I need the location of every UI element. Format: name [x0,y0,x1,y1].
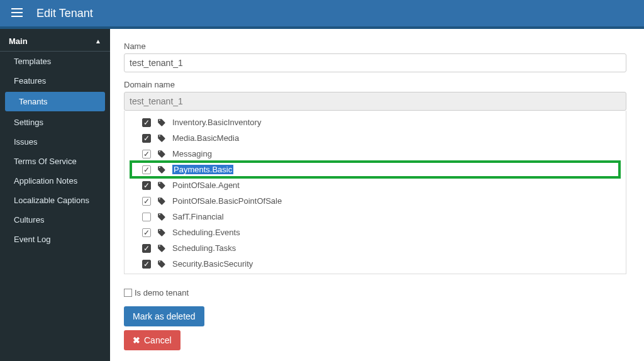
tag-icon [157,150,166,158]
feature-label[interactable]: PointOfSale.Agent [172,181,240,190]
check-icon: ✓ [143,182,150,189]
sidebar-item-settings[interactable]: Settings [0,113,110,132]
feature-label[interactable]: SafT.Financial [172,212,224,221]
domain-name-label: Domain name [124,80,626,89]
sidebar-item-issues[interactable]: Issues [0,132,110,152]
feature-label[interactable]: Messaging [172,149,212,158]
feature-label[interactable]: Media.BasicMedia [172,133,239,143]
check-icon: ✓ [143,245,150,252]
topbar: Edit Tenant [0,0,644,26]
feature-row: ✓Scheduling.Events [131,225,619,240]
feature-checkbox[interactable]: ✓ [142,181,151,190]
sidebar-item-label: Localizable Captions [14,196,89,205]
main-content: Name Domain name ✓Inventory.BasicInvento… [110,29,644,361]
sidebar-item-label: Cultures [14,215,44,225]
page-title: Edit Tenant [36,7,93,20]
feature-list-scroll[interactable]: ✓Inventory.BasicInventory✓Media.BasicMed… [125,111,626,274]
sidebar-item-label: Event Log [14,235,51,244]
feature-checkbox[interactable]: ✓ [142,150,151,158]
hamburger-icon[interactable] [11,8,23,19]
sidebar-item-label: Features [14,76,46,86]
close-icon: ✖ [133,335,140,345]
tag-icon [157,228,166,237]
tag-icon [157,165,166,174]
tag-icon [157,181,166,190]
feature-row: ✓PointOfSale.BasicPointOfSale [131,193,619,209]
feature-checkbox[interactable]: ✓ [142,260,151,269]
is-demo-label: Is demo tenant [135,288,189,297]
check-icon: ✓ [143,135,150,142]
sidebar-item-tenants[interactable]: Tenants [5,92,105,111]
tag-icon [157,244,166,253]
feature-checkbox[interactable]: ✓ [142,197,151,206]
mark-as-deleted-button[interactable]: Mark as deleted [124,306,204,326]
feature-row: SafT.Financial [131,209,619,225]
domain-name-input [124,92,626,111]
check-icon: ✓ [143,119,150,126]
feature-checkbox[interactable] [142,213,151,221]
feature-row: ✓Security.BasicSecurity [131,256,619,272]
feature-label[interactable]: Security.BasicSecurity [172,259,253,269]
name-label: Name [124,42,626,51]
feature-row: ✓PointOfSale.Agent [131,177,619,193]
feature-row: ✓Payments.Basic [131,162,619,177]
sidebar-item-label: Application Notes [14,176,77,186]
feature-label[interactable]: Payments.Basic [172,165,233,174]
sidebar-section-title: Main [9,36,28,46]
feature-checkbox[interactable]: ✓ [142,118,151,127]
sidebar-item-label: Tenants [19,97,48,106]
sidebar-item-label: Terms Of Service [14,157,77,166]
sidebar-item-label: Templates [14,57,51,66]
feature-row: ✓Messaging [131,146,619,162]
sidebar-item-templates[interactable]: Templates [0,52,110,71]
feature-list-panel: ✓Inventory.BasicInventory✓Media.BasicMed… [124,111,626,274]
sidebar-item-event-log[interactable]: Event Log [0,230,110,249]
feature-checkbox[interactable]: ✓ [142,228,151,237]
sidebar-item-localizable-captions[interactable]: Localizable Captions [0,191,110,210]
feature-checkbox[interactable]: ✓ [142,244,151,253]
name-input[interactable] [124,53,626,72]
tag-icon [157,213,166,221]
tag-icon [157,197,166,206]
tag-icon [157,260,166,269]
sidebar-item-cultures[interactable]: Cultures [0,210,110,230]
check-icon: ✓ [143,260,150,268]
feature-row: ✓Scheduling.Tasks [131,240,619,256]
cancel-label: Cancel [144,335,172,345]
is-demo-row: Is demo tenant [124,288,626,297]
check-icon: ✓ [143,150,150,158]
sidebar-section-header[interactable]: Main ▲ [0,29,110,52]
feature-row: ✓Inventory.BasicInventory [131,114,619,130]
cancel-button[interactable]: ✖ Cancel [124,330,180,350]
feature-checkbox[interactable]: ✓ [142,165,151,174]
check-icon: ✓ [143,166,150,174]
sidebar-item-features[interactable]: Features [0,71,110,91]
feature-label[interactable]: PointOfSale.BasicPointOfSale [172,196,282,206]
chevron-up-icon: ▲ [95,38,101,45]
check-icon: ✓ [143,229,150,236]
tag-icon [157,134,166,143]
mark-as-deleted-label: Mark as deleted [133,311,196,321]
feature-label[interactable]: Scheduling.Events [172,228,240,237]
feature-checkbox[interactable]: ✓ [142,134,151,143]
feature-label[interactable]: Inventory.BasicInventory [172,118,261,127]
sidebar: Main ▲ TemplatesFeaturesTenantsSettingsI… [0,29,110,361]
sidebar-item-application-notes[interactable]: Application Notes [0,171,110,191]
check-icon: ✓ [143,197,150,205]
feature-row: ✓Media.BasicMedia [131,130,619,146]
sidebar-item-label: Settings [14,118,43,127]
is-demo-checkbox[interactable] [124,289,132,297]
sidebar-item-terms-of-service[interactable]: Terms Of Service [0,152,110,171]
tag-icon [157,118,166,127]
feature-label[interactable]: Scheduling.Tasks [172,243,236,253]
sidebar-item-label: Issues [14,137,38,147]
